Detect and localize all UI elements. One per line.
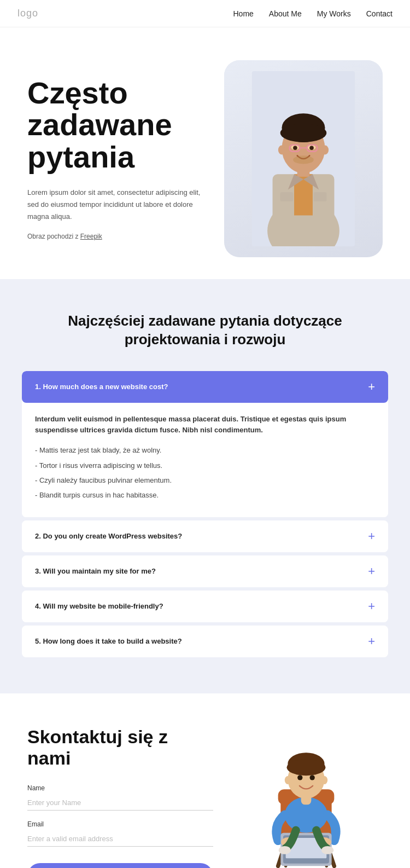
faq-question-1[interactable]: 1. How much does a new website cost? + (22, 371, 388, 403)
svg-rect-18 (280, 192, 294, 201)
hero-credit: Obraz pochodzi z Freepik (27, 233, 213, 240)
contact-title: Skontaktuj się z nami (27, 726, 213, 769)
nav-home[interactable]: Home (233, 9, 253, 18)
svg-point-40 (287, 759, 326, 776)
freepik-link[interactable]: Freepik (80, 233, 102, 240)
faq-answer-bold-1: Interdum velit euismod in pellentesque m… (35, 414, 375, 437)
svg-point-44 (310, 775, 315, 780)
faq-question-3[interactable]: 3. Will you maintain my site for me? + (22, 555, 388, 587)
nav-links: Home About Me My Works Contact (233, 9, 393, 18)
faq-answer-1: Interdum velit euismod in pellentesque m… (22, 403, 388, 517)
svg-point-41 (285, 776, 291, 784)
faq-item-2: 2. Do you only create WordPress websites… (22, 520, 388, 552)
name-field-group: Name (27, 784, 213, 811)
email-label: Email (27, 820, 213, 828)
faq-toggle-1: + (368, 381, 375, 393)
hero-title: Często zadawane pytania (27, 77, 213, 173)
faq-list-item: Tortor i risus viverra adipiscing w tell… (35, 459, 375, 472)
faq-section: Najczęściej zadawane pytania dotyczące p… (0, 279, 410, 693)
faq-question-text-5: 5. How long does it take to build a webs… (35, 637, 182, 645)
faq-item-4: 4. Will my website be mobile-friendly? + (22, 591, 388, 622)
hero-person-illustration (249, 71, 358, 246)
svg-point-15 (293, 146, 297, 150)
hero-description: Lorem ipsum dolor sit amet, consectetur … (27, 187, 213, 223)
faq-question-text-2: 2. Do you only create WordPress websites… (35, 532, 182, 540)
svg-rect-19 (314, 192, 327, 201)
email-field-group: Email (27, 820, 213, 847)
faq-question-text-4: 4. Will my website be mobile-friendly? (35, 602, 163, 610)
hero-photo (224, 60, 383, 257)
faq-section-title: Najczęściej zadawane pytania dotyczące p… (46, 312, 364, 349)
faq-question-4[interactable]: 4. Will my website be mobile-friendly? + (22, 591, 388, 622)
contact-section: Skontaktuj się z nami Name Email SKŁADAĆ… (0, 693, 410, 868)
nav-contact[interactable]: Contact (366, 9, 393, 18)
svg-point-43 (297, 775, 302, 780)
navbar: logo Home About Me My Works Contact (0, 0, 410, 27)
faq-list-item: Czyli należy faucibus pulvinar elementum… (35, 474, 375, 487)
email-input[interactable] (27, 831, 213, 847)
faq-item-3: 3. Will you maintain my site for me? + (22, 555, 388, 587)
nav-works[interactable]: My Works (317, 9, 351, 18)
svg-point-42 (321, 776, 327, 784)
nav-about[interactable]: About Me (269, 9, 302, 18)
contact-person-illustration (246, 715, 366, 868)
faq-list-item: Blandit turpis cursus in hac habitasse. (35, 489, 375, 501)
name-label: Name (27, 784, 213, 792)
faq-question-2[interactable]: 2. Do you only create WordPress websites… (22, 520, 388, 552)
svg-point-7 (280, 124, 327, 142)
hero-text: Często zadawane pytania Lorem ipsum dolo… (27, 77, 213, 241)
faq-toggle-4: + (368, 600, 375, 612)
faq-item-5: 5. How long does it take to build a webs… (22, 626, 388, 657)
contact-form-area: Skontaktuj się z nami Name Email SKŁADAĆ… (27, 726, 213, 868)
faq-list-item: Mattis teraz jest tak blady, że aż wolny… (35, 444, 375, 456)
faq-question-text-3: 3. Will you maintain my site for me? (35, 567, 156, 575)
faq-toggle-3: + (368, 565, 375, 577)
hero-section: Często zadawane pytania Lorem ipsum dolo… (0, 27, 410, 279)
svg-point-9 (321, 146, 329, 155)
faq-answer-list-1: Mattis teraz jest tak blady, że aż wolny… (35, 444, 375, 502)
faq-question-5[interactable]: 5. How long does it take to build a webs… (22, 626, 388, 657)
faq-item-1: 1. How much does a new website cost? + I… (22, 371, 388, 517)
hero-image (224, 60, 383, 257)
name-input[interactable] (27, 795, 213, 811)
submit-button[interactable]: SKŁADAĆ (27, 863, 213, 868)
faq-toggle-5: + (368, 635, 375, 647)
faq-toggle-2: + (368, 530, 375, 542)
logo: logo (17, 8, 38, 19)
faq-question-text-1: 1. How much does a new website cost? (35, 383, 168, 391)
svg-point-8 (278, 146, 285, 155)
svg-point-17 (293, 155, 314, 164)
svg-point-35 (279, 846, 291, 854)
svg-point-16 (309, 146, 314, 150)
svg-point-36 (321, 846, 333, 854)
contact-image-area (230, 715, 383, 868)
